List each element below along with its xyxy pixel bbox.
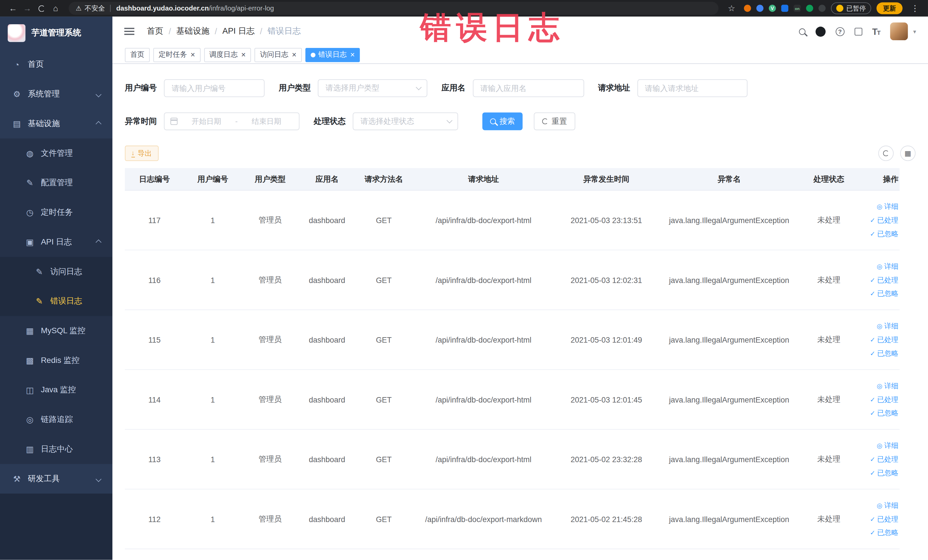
action-ignored[interactable]: ✓已忽略 [870,288,898,298]
browser-refresh-icon[interactable] [34,1,49,15]
sidebar-item-redis-monitor[interactable]: ▩Redis 监控 [0,346,112,375]
export-button[interactable]: ↓ 导出 [125,145,158,161]
warning-icon: ⚠ [76,5,82,12]
github-icon[interactable] [815,26,825,36]
action-detail[interactable]: ◎详细 [877,201,898,211]
action-processed[interactable]: ✓已处理 [870,275,898,285]
address-bar[interactable]: ⚠ 不安全 dashboard.yudao.iocoder.cn /infra/… [69,2,719,15]
security-chip[interactable]: ⚠ 不安全 [76,4,105,12]
action-detail[interactable]: ◎详细 [877,381,898,391]
process-status-select[interactable]: 请选择处理状态 [353,112,458,130]
refresh-table-button[interactable] [878,145,894,161]
tab-错误日志[interactable]: 错误日志× [305,48,360,62]
cell-user_id: 1 [184,310,241,369]
chevron-down-icon[interactable]: ▾ [913,28,916,35]
column-settings-button[interactable]: ▦ [900,145,916,161]
action-ignored[interactable]: ✓已忽略 [870,348,898,358]
sidebar-item-java-monitor[interactable]: ◫Java 监控 [0,375,112,405]
check-icon: ✓ [870,349,875,357]
tab-label: 首页 [130,50,144,60]
sidebar-item-label: 定时任务 [41,207,73,218]
action-detail[interactable]: ◎详细 [877,321,898,331]
vue-devtools-icon[interactable]: V [769,5,776,12]
back-icon[interactable]: ← [6,1,20,15]
check-icon: ✓ [870,455,875,463]
app-logo[interactable]: 芋道管理系统 [0,17,112,50]
sidebar-item-infrastructure[interactable]: ▤基础设施 [0,109,112,139]
extension-orange-icon[interactable] [744,5,751,12]
extension-blue-icon[interactable] [756,5,763,12]
sidebar-item-home[interactable]: ◔首页 [0,50,112,79]
extension-green-icon[interactable] [806,5,814,12]
extension-on-icon[interactable]: on [794,5,801,12]
fullscreen-icon[interactable] [855,27,862,35]
forward-icon[interactable]: → [20,1,35,15]
paused-badge[interactable]: 已暂停 [831,2,871,14]
breadcrumb-item[interactable]: 首页 [147,26,163,37]
search-icon[interactable] [799,28,805,35]
bookmark-star-icon[interactable]: ☆ [724,1,739,15]
sidebar-item-error-log[interactable]: ✎错误日志 [0,287,112,316]
sidebar-item-mysql-monitor[interactable]: ▦MySQL 监控 [0,316,112,346]
action-detail[interactable]: ◎详细 [877,500,898,510]
close-icon[interactable]: × [241,51,246,58]
action-ignored[interactable]: ✓已忽略 [870,229,898,239]
sidebar-item-access-log[interactable]: ✎访问日志 [0,257,112,287]
table-row: 1121管理员dashboardGET/api/infra/db-doc/exp… [125,490,900,549]
user-type-select[interactable]: 请选择用户类型 [318,79,427,97]
sidebar-item-link-trace[interactable]: ◎链路追踪 [0,405,112,435]
action-ignored[interactable]: ✓已忽略 [870,468,898,478]
close-icon[interactable]: × [191,51,195,58]
breadcrumb-item[interactable]: 基础设施 [176,26,209,37]
update-button[interactable]: 更新 [876,2,902,14]
search-button[interactable]: 搜索 [482,112,523,130]
action-processed[interactable]: ✓已处理 [870,395,898,404]
action-processed[interactable]: ✓已处理 [870,514,898,524]
sidebar: 芋道管理系统 ◔首页⚙系统管理▤基础设施◍文件管理✎配置管理◷定时任务▣API … [0,17,112,560]
extension-grid-icon[interactable] [781,5,788,12]
tab-调度日志[interactable]: 调度日志× [204,48,251,62]
refresh-arc [38,5,45,12]
browser-menu-icon[interactable]: ⋮ [908,1,922,15]
sidebar-item-system-management[interactable]: ⚙系统管理 [0,79,112,109]
sidebar-item-dev-tools[interactable]: ⚒研发工具 [0,464,112,493]
exception-time-range-picker[interactable]: 开始日期 - 结束日期 [164,112,299,130]
reset-button[interactable]: 重置 [534,112,575,130]
tab-首页[interactable]: 首页 [125,48,150,62]
tab-访问日志[interactable]: 访问日志× [255,48,302,62]
sidebar-item-file-management[interactable]: ◍文件管理 [0,138,112,168]
breadcrumb-item[interactable]: API 日志 [223,26,255,37]
help-icon[interactable]: ? [836,27,844,36]
action-processed[interactable]: ✓已处理 [870,335,898,345]
check-icon: ✓ [870,396,875,403]
hamburger-icon[interactable] [124,31,134,32]
user-id-input[interactable] [164,79,265,97]
close-icon[interactable]: × [350,51,355,58]
cell-url: /api/infra/db-doc/export-html [412,430,554,489]
sidebar-item-config-management[interactable]: ✎配置管理 [0,168,112,198]
tab-定时任务[interactable]: 定时任务× [153,48,200,62]
cell-exception: java.lang.IllegalArgumentException [658,430,800,489]
font-size-icon[interactable]: TT [872,26,880,36]
sidebar-item-api-log[interactable]: ▣API 日志 [0,227,112,257]
sidebar-item-scheduled-tasks[interactable]: ◷定时任务 [0,198,112,227]
paused-label: 已暂停 [846,4,866,12]
chevron-down-icon [446,117,452,123]
cell-user_type: 管理员 [241,191,299,250]
action-ignored[interactable]: ✓已忽略 [870,408,898,418]
home-icon[interactable]: ⌂ [49,1,63,15]
action-detail[interactable]: ◎详细 [877,261,898,271]
app-name-input[interactable] [473,79,584,97]
action-processed[interactable]: ✓已处理 [870,215,898,225]
request-url-input[interactable] [637,79,747,97]
tampermonkey-icon[interactable] [818,5,826,12]
cell-app: dashboard [299,430,355,489]
column-header-id: 日志编号 [125,168,184,190]
avatar[interactable] [890,23,908,40]
action-ignored[interactable]: ✓已忽略 [870,528,898,538]
sidebar-item-log-center[interactable]: ▥日志中心 [0,435,112,464]
action-processed[interactable]: ✓已处理 [870,454,898,464]
row-actions: ◎详细✓已处理✓已忽略 [870,381,898,418]
close-icon[interactable]: × [292,51,296,58]
action-detail[interactable]: ◎详细 [877,441,898,451]
